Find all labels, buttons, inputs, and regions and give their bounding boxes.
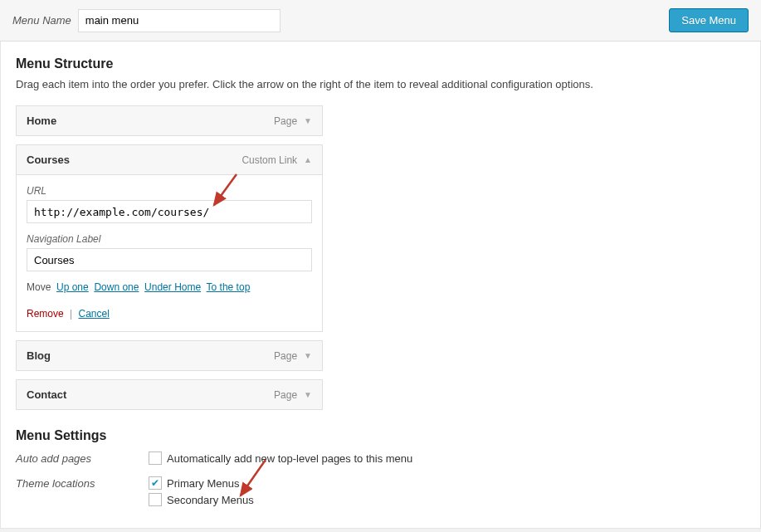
theme-locations-label: Theme locations	[16, 476, 149, 490]
move-controls: Move Up one Down one Under Home To the t…	[27, 281, 312, 293]
menu-item-type: Custom Link	[241, 154, 297, 166]
menu-name-input[interactable]	[78, 9, 280, 32]
chevron-down-icon[interactable]: ▼	[304, 116, 312, 125]
move-label: Move	[27, 281, 51, 293]
menu-structure-desc: Drag each item into the order you prefer…	[16, 78, 745, 90]
menu-item-courses[interactable]: Courses Custom Link ▲ URL Navigation Lab…	[16, 144, 323, 332]
save-menu-button[interactable]: Save Menu	[669, 8, 749, 32]
cancel-link[interactable]: Cancel	[79, 308, 110, 320]
menu-name-label: Menu Name	[12, 14, 71, 27]
chevron-down-icon[interactable]: ▼	[304, 351, 312, 360]
separator: |	[70, 308, 72, 320]
secondary-menus-option[interactable]: Secondary Menus	[149, 493, 254, 506]
checkbox-icon[interactable]	[149, 476, 162, 490]
menu-item-title: Courses	[27, 154, 70, 166]
menu-item-title: Home	[27, 115, 56, 127]
chevron-down-icon[interactable]: ▼	[304, 390, 312, 399]
menu-structure-title: Menu Structure	[16, 56, 745, 71]
remove-link[interactable]: Remove	[27, 308, 64, 320]
move-up-link[interactable]: Up one	[56, 281, 89, 293]
checkbox-icon[interactable]	[149, 493, 162, 506]
option-label: Automatically add new top-level pages to…	[167, 452, 412, 465]
chevron-up-icon[interactable]: ▲	[304, 155, 312, 164]
move-down-link[interactable]: Down one	[94, 281, 139, 293]
auto-add-pages-option[interactable]: Automatically add new top-level pages to…	[149, 451, 412, 465]
checkbox-icon[interactable]	[149, 451, 162, 465]
nav-label-input[interactable]	[27, 248, 312, 271]
menu-item-title: Blog	[27, 349, 51, 362]
move-under-link[interactable]: Under Home	[144, 281, 201, 293]
url-input[interactable]	[27, 200, 312, 223]
nav-label-field-label: Navigation Label	[27, 233, 312, 245]
menu-item-type: Page	[274, 115, 297, 127]
menu-item-title: Contact	[27, 388, 66, 401]
menu-item-settings: URL Navigation Label Move Up one Down on…	[16, 175, 323, 332]
primary-menus-option[interactable]: Primary Menus	[149, 476, 254, 490]
url-field-label: URL	[27, 185, 312, 197]
menu-item-home[interactable]: Home Page ▼	[16, 105, 323, 136]
option-label: Primary Menus	[167, 477, 239, 490]
menu-edit-topbar: Menu Name Save Menu	[0, 0, 761, 41]
move-top-link[interactable]: To the top	[207, 281, 251, 293]
menu-item-type: Page	[274, 389, 297, 401]
auto-add-pages-label: Auto add pages	[16, 451, 149, 465]
menu-item-type: Page	[274, 350, 297, 362]
menu-item-contact[interactable]: Contact Page ▼	[16, 379, 323, 410]
menu-settings-title: Menu Settings	[16, 428, 745, 443]
menu-item-blog[interactable]: Blog Page ▼	[16, 340, 323, 371]
option-label: Secondary Menus	[167, 494, 254, 506]
